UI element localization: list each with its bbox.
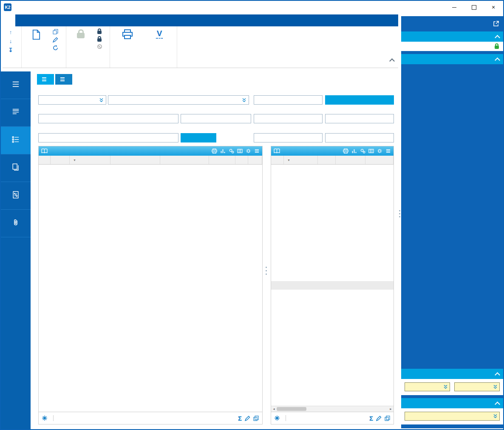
settings-gear-icon[interactable] <box>377 148 382 154</box>
kopie-button[interactable] <box>50 28 64 36</box>
kody-table-body <box>271 165 394 406</box>
menu-icon[interactable] <box>385 148 391 154</box>
scroll-right-icon[interactable]: ► <box>388 407 394 410</box>
vybrat-knihu-button[interactable]: V <box>144 28 175 60</box>
column-header-castka[interactable] <box>336 156 365 164</box>
sidebar-item-polozky[interactable] <box>1 127 31 154</box>
panel-splitter[interactable] <box>398 14 401 429</box>
obnovit-button[interactable] <box>50 44 64 52</box>
copy-rows-icon[interactable] <box>385 416 390 421</box>
ribbon-tab-domu[interactable] <box>3 14 15 26</box>
maximize-button[interactable] <box>464 1 484 14</box>
columns-icon[interactable] <box>368 148 374 154</box>
plan-tabs <box>37 74 72 85</box>
expand-panel-icon[interactable] <box>493 21 499 27</box>
typ-planu-select[interactable] <box>38 95 106 105</box>
sidebar-item-zakladni-udaje[interactable] <box>1 99 31 127</box>
opravky-celkem-field[interactable] <box>254 114 323 123</box>
obdobi-od-select[interactable] <box>405 382 450 391</box>
sidebar-item-dan-z-nemovitosti[interactable] <box>1 182 31 210</box>
sidebar-item-seznam[interactable] <box>1 71 31 99</box>
scroll-left-icon[interactable]: ◄ <box>271 407 277 410</box>
paperclip-icon <box>11 219 20 226</box>
posledni-button[interactable]: ↧ <box>5 46 19 54</box>
group-label-navigace <box>5 60 19 68</box>
print-icon[interactable] <box>212 148 217 154</box>
ribbon-tab-funkce[interactable] <box>15 14 28 26</box>
kody-column-headers: ▼ <box>271 156 394 165</box>
predchozi-button[interactable]: ↑ <box>5 28 19 37</box>
historie-odpisu-button[interactable] <box>325 95 394 105</box>
odpotvrzeni-button[interactable] <box>94 28 108 35</box>
scrollbar-thumb[interactable] <box>277 407 306 411</box>
columns-icon[interactable] <box>237 148 243 154</box>
section-parametry[interactable] <box>401 369 503 379</box>
edit-icon[interactable] <box>245 416 250 421</box>
vstupni-cena-field[interactable] <box>254 95 323 105</box>
column-header-stredisko[interactable] <box>365 156 394 164</box>
column-header-datum-pohybu[interactable]: ▼ <box>284 156 318 164</box>
settings-gear-icon[interactable] <box>246 148 251 154</box>
gears-icon[interactable] <box>229 148 234 154</box>
storno-button[interactable] <box>94 43 108 50</box>
main-content: ▼ <box>31 71 398 429</box>
edit-icon[interactable] <box>376 416 382 421</box>
dropdown-icon <box>443 384 448 389</box>
ribbon-tab-hromadne-akce[interactable] <box>28 14 41 26</box>
predvolba-select[interactable] <box>108 95 249 105</box>
arrow-up-icon: ↑ <box>8 29 14 35</box>
tab-danovy-plan[interactable] <box>37 74 54 85</box>
dalsi-button[interactable]: ↓ <box>5 37 19 46</box>
ribbon-tab-system[interactable] <box>41 14 54 26</box>
ribbon-group-ostatni: V <box>110 26 177 68</box>
print-icon[interactable] <box>343 148 348 154</box>
titlebar: K2 × <box>1 1 503 14</box>
kody-table: ▼ ◄ ► <box>271 146 394 424</box>
tables-splitter[interactable] <box>265 259 267 282</box>
odpisy-table-footer: Σ <box>39 412 262 424</box>
section-nastaveni[interactable] <box>401 398 503 408</box>
horizontal-scrollbar[interactable]: ◄ ► <box>271 406 394 412</box>
column-header-z[interactable] <box>248 156 262 164</box>
chart-icon[interactable] <box>220 148 226 154</box>
section-zakladni-udaje[interactable] <box>401 31 503 42</box>
column-header-pohyb[interactable] <box>51 156 70 164</box>
ribbon-collapse-button[interactable] <box>390 58 394 64</box>
obdobi-do-select[interactable] <box>454 382 500 391</box>
prepocet-button[interactable] <box>181 133 216 142</box>
select-book-icon: V <box>156 29 163 39</box>
sidebar-item-prirazene-doklady[interactable] <box>1 154 31 182</box>
new-document-icon <box>32 29 40 40</box>
neuplatnene-field[interactable] <box>325 133 394 142</box>
sum-icon[interactable]: Σ <box>369 415 373 422</box>
book-icon <box>41 148 48 154</box>
opravky-navedeni-field[interactable] <box>325 114 394 123</box>
column-header-ps[interactable] <box>235 156 248 164</box>
obdobi-select[interactable] <box>405 412 500 421</box>
column-header-typ[interactable] <box>318 156 336 164</box>
column-header-castka[interactable] <box>160 156 209 164</box>
tab-ucetni-plan[interactable] <box>55 74 72 85</box>
column-header-datum-pohybu[interactable]: ▼ <box>70 156 110 164</box>
zmena-data-potvrzeni-button[interactable] <box>94 35 108 43</box>
funkce-a-tisk-button[interactable] <box>112 28 143 60</box>
column-header-typ-pohybu[interactable] <box>110 156 160 164</box>
column-header-rocni-proc[interactable] <box>209 156 235 164</box>
odpisovy-rok-field[interactable] <box>38 133 178 142</box>
section-ostatni-udaje[interactable] <box>401 54 503 64</box>
potvrzeni-button[interactable] <box>68 28 93 60</box>
gears-icon[interactable] <box>360 148 365 154</box>
novy-button[interactable] <box>24 28 48 60</box>
copy-rows-icon[interactable] <box>253 416 259 421</box>
vypoctovy-typ-field[interactable] <box>181 114 251 123</box>
sidebar-item-prilohy[interactable] <box>1 210 31 237</box>
chart-icon[interactable] <box>351 148 357 154</box>
sum-icon[interactable]: Σ <box>238 415 242 422</box>
zmena-button[interactable] <box>50 36 64 44</box>
odpisovy-plan-field[interactable] <box>38 114 178 123</box>
lock-icon <box>495 46 499 49</box>
minimize-button[interactable] <box>445 1 464 14</box>
close-button[interactable]: × <box>484 1 503 14</box>
menu-icon[interactable] <box>254 148 260 154</box>
pocet-let-field[interactable] <box>254 133 323 142</box>
